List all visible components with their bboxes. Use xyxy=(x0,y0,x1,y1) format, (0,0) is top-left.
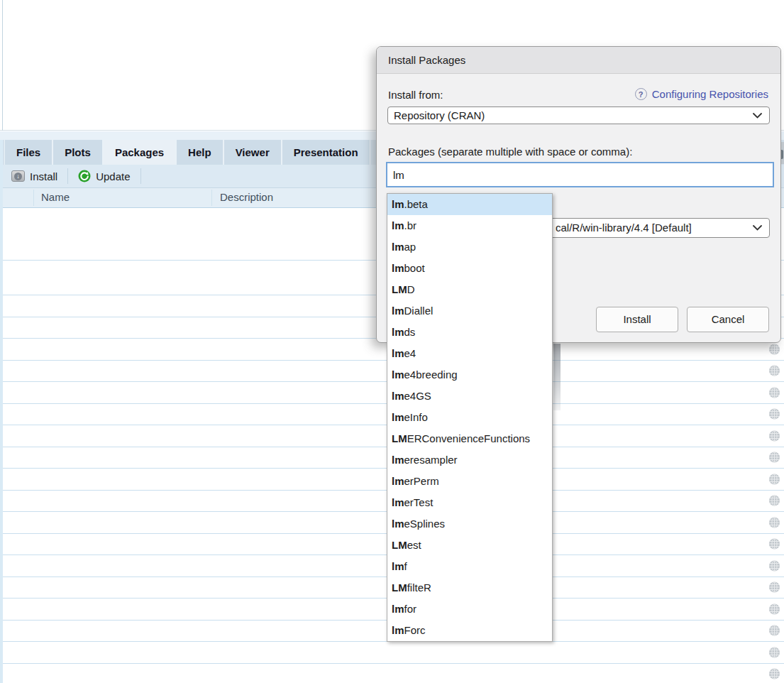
toolbar-separator xyxy=(67,168,68,184)
globe-icon[interactable] xyxy=(768,625,780,637)
globe-icon[interactable] xyxy=(768,516,780,528)
column-header-name[interactable]: Name xyxy=(41,191,70,203)
tab-plots[interactable]: Plots xyxy=(53,140,103,165)
globe-icon[interactable] xyxy=(768,646,780,658)
dialog-title[interactable]: Install Packages xyxy=(377,47,780,74)
package-autocomplete-popup: lm.betalm.brlmaplmbootLMDlmDiallellmdslm… xyxy=(387,193,553,642)
autocomplete-item[interactable]: lmDiallel xyxy=(387,300,552,322)
globe-icon[interactable] xyxy=(768,365,780,377)
repository-select[interactable]: Repository (CRAN) xyxy=(387,106,770,124)
autocomplete-item[interactable]: lm.beta xyxy=(387,194,552,215)
globe-icon[interactable] xyxy=(768,343,780,355)
column-divider xyxy=(211,190,212,206)
autocomplete-item[interactable]: LMD xyxy=(387,279,552,300)
autocomplete-item[interactable]: lmds xyxy=(387,322,552,343)
autocomplete-item[interactable]: lmfor xyxy=(387,599,552,620)
popup-shadow xyxy=(553,344,561,410)
repository-select-value: Repository (CRAN) xyxy=(394,109,485,121)
autocomplete-item[interactable]: LMest xyxy=(387,535,552,556)
pane-left-gutter xyxy=(0,140,3,683)
chevron-down-icon xyxy=(753,113,762,119)
globe-icon[interactable] xyxy=(768,452,780,464)
column-header-description[interactable]: Description xyxy=(220,191,273,203)
update-button[interactable]: Update xyxy=(74,165,134,187)
autocomplete-item[interactable]: lm.br xyxy=(387,215,552,236)
globe-icon[interactable] xyxy=(768,495,780,507)
autocomplete-item[interactable]: lme4GS xyxy=(387,386,552,407)
autocomplete-item[interactable]: lmerPerm xyxy=(387,471,552,492)
dialog-install-button[interactable]: Install xyxy=(596,307,678,332)
pane-divider xyxy=(2,0,3,131)
help-icon[interactable]: ? xyxy=(635,88,647,100)
autocomplete-item[interactable]: lmboot xyxy=(387,258,552,279)
autocomplete-item[interactable]: lme4 xyxy=(387,343,552,364)
autocomplete-item[interactable]: lmeInfo xyxy=(387,407,552,428)
chevron-down-icon xyxy=(753,225,762,231)
install-from-label: Install from: xyxy=(388,89,443,101)
autocomplete-item[interactable]: lmeSplines xyxy=(387,513,552,535)
tab-presentation[interactable]: Presentation xyxy=(282,140,370,165)
globe-icon[interactable] xyxy=(768,408,780,420)
configuring-repositories-link[interactable]: Configuring Repositories xyxy=(652,88,768,100)
tab-viewer[interactable]: Viewer xyxy=(223,140,282,165)
table-row[interactable] xyxy=(0,664,784,683)
globe-icon[interactable] xyxy=(768,603,780,615)
library-select-value: cal/R/win-library/4.4 [Default] xyxy=(556,222,692,234)
install-button-label: Install xyxy=(30,170,57,182)
autocomplete-item[interactable]: lmf xyxy=(387,556,552,577)
globe-icon[interactable] xyxy=(768,386,780,398)
rstudio-window: FilesPlotsPackagesHelpViewerPresentation… xyxy=(0,0,784,683)
globe-icon[interactable] xyxy=(768,559,780,572)
autocomplete-item[interactable]: lmForc xyxy=(387,620,552,641)
update-button-label: Update xyxy=(96,170,130,182)
tab-help[interactable]: Help xyxy=(176,140,223,165)
autocomplete-item[interactable]: LMERConvenienceFunctions xyxy=(387,428,552,449)
tab-packages[interactable]: Packages xyxy=(103,140,176,165)
globe-icon[interactable] xyxy=(768,581,780,594)
dialog-cancel-button[interactable]: Cancel xyxy=(687,307,769,332)
globe-icon[interactable] xyxy=(768,430,780,442)
autocomplete-item[interactable]: LMfilteR xyxy=(387,577,552,599)
packages-field-label: Packages (separate multiple with space o… xyxy=(388,146,632,158)
tab-files[interactable]: Files xyxy=(4,140,53,165)
autocomplete-item[interactable]: lme4breeding xyxy=(387,364,552,386)
update-refresh-icon xyxy=(78,170,91,182)
globe-icon[interactable] xyxy=(768,538,780,550)
column-divider xyxy=(33,190,34,206)
autocomplete-item[interactable]: lmeresampler xyxy=(387,449,552,471)
table-row[interactable] xyxy=(0,642,784,664)
autocomplete-item[interactable]: lmerTest xyxy=(387,492,552,513)
globe-icon[interactable] xyxy=(768,668,780,680)
packages-input[interactable] xyxy=(386,162,774,187)
autocomplete-item[interactable]: lmap xyxy=(387,236,552,258)
globe-icon[interactable] xyxy=(768,473,780,485)
install-package-icon: ↓ xyxy=(11,170,25,182)
install-button[interactable]: ↓ Install xyxy=(7,165,62,187)
toolbar-separator xyxy=(140,168,141,184)
